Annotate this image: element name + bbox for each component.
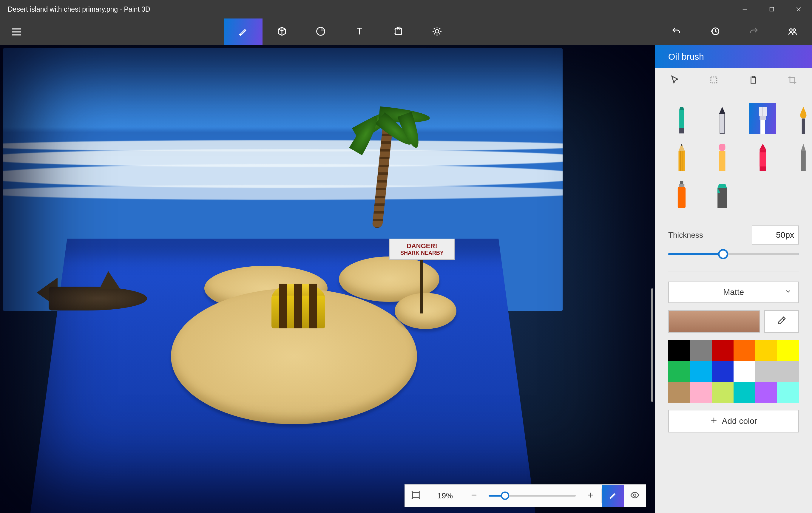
canvas-scrollbar[interactable]	[651, 289, 653, 402]
brush-grid	[655, 94, 812, 224]
svg-rect-44	[679, 184, 684, 187]
menu-button[interactable]	[0, 19, 33, 46]
svg-rect-30	[802, 118, 805, 134]
material-dropdown[interactable]: Matte	[668, 281, 799, 303]
canvas-viewport[interactable]: DANGER! SHARK NEARBY 19%	[0, 46, 655, 513]
svg-rect-21	[679, 110, 684, 128]
treasure-chest	[271, 284, 325, 328]
crop-icon	[787, 75, 797, 87]
paste-tool[interactable]	[744, 72, 762, 90]
brush-oil[interactable]	[749, 103, 776, 134]
plus-icon	[586, 491, 594, 501]
current-color-swatch[interactable]	[668, 310, 760, 333]
color-swatch[interactable]	[712, 361, 733, 382]
warning-sign: DANGER! SHARK NEARBY	[389, 239, 455, 313]
clipboard-icon	[749, 75, 758, 87]
color-swatch[interactable]	[712, 382, 733, 403]
tab-brushes[interactable]	[224, 19, 262, 46]
brush-watercolor[interactable]	[790, 103, 812, 134]
color-swatch[interactable]	[668, 382, 690, 403]
sticker-icon	[315, 26, 326, 38]
brush-eraser[interactable]	[709, 140, 736, 171]
community-button[interactable]	[773, 19, 812, 46]
color-swatch[interactable]	[777, 361, 799, 382]
color-swatch[interactable]	[755, 382, 777, 403]
color-swatch[interactable]	[690, 382, 712, 403]
window-title: Desert island with chest primary.png - P…	[8, 5, 150, 13]
brush-crayon[interactable]	[749, 140, 776, 171]
color-swatch[interactable]	[777, 382, 799, 403]
undo-button[interactable]	[657, 19, 696, 46]
color-swatch[interactable]	[712, 340, 733, 361]
tab-text[interactable]	[340, 19, 379, 46]
thickness-input[interactable]	[752, 225, 799, 245]
svg-rect-25	[720, 114, 725, 133]
color-swatch[interactable]	[755, 361, 777, 382]
svg-rect-18	[711, 77, 717, 83]
color-swatch[interactable]	[777, 340, 799, 361]
tab-3d-shapes[interactable]	[262, 19, 301, 46]
redo-icon	[749, 26, 759, 37]
panel-title: Oil brush	[655, 46, 812, 68]
tab-stickers[interactable]	[301, 19, 340, 46]
svg-marker-38	[759, 144, 766, 149]
brush-icon	[608, 491, 617, 501]
color-swatch[interactable]	[668, 361, 690, 382]
main-area: DANGER! SHARK NEARBY 19%	[0, 46, 812, 513]
edit-mode-button[interactable]	[602, 485, 624, 507]
side-panel: Oil brush	[655, 46, 812, 513]
sign-text-line1: DANGER!	[394, 242, 450, 250]
undo-icon	[671, 26, 682, 37]
color-swatch[interactable]	[755, 340, 777, 361]
material-label: Matte	[723, 288, 744, 297]
color-swatch[interactable]	[733, 382, 755, 403]
color-palette	[668, 340, 799, 403]
svg-rect-33	[678, 151, 685, 171]
color-swatch[interactable]	[733, 361, 755, 382]
svg-rect-13	[412, 493, 419, 498]
tab-effects[interactable]	[418, 19, 457, 46]
minimize-button[interactable]	[731, 0, 758, 19]
svg-marker-41	[801, 144, 806, 151]
brush-pixel-pen[interactable]	[790, 140, 812, 171]
svg-rect-37	[719, 151, 725, 171]
eye-icon	[630, 490, 640, 501]
history-button[interactable]	[696, 19, 734, 46]
add-color-button[interactable]: Add color	[668, 410, 799, 432]
shark-model	[37, 266, 162, 325]
zoom-out-button[interactable]	[463, 485, 485, 507]
tab-canvas[interactable]	[379, 19, 418, 46]
brush-icon	[238, 26, 249, 38]
redo-button[interactable]	[734, 19, 773, 46]
thickness-slider[interactable]	[668, 253, 799, 255]
eyedropper-button[interactable]	[764, 310, 799, 333]
color-swatch[interactable]	[690, 340, 712, 361]
scene-preview: DANGER! SHARK NEARBY	[3, 48, 562, 501]
color-swatch[interactable]	[690, 361, 712, 382]
svg-marker-32	[681, 144, 682, 146]
svg-point-17	[634, 494, 636, 496]
palm-tree	[361, 102, 409, 228]
select-tool[interactable]	[666, 72, 684, 90]
svg-point-7	[239, 34, 241, 35]
fit-screen-button[interactable]	[405, 485, 427, 507]
app-root: Desert island with chest primary.png - P…	[0, 0, 812, 513]
magic-select-tool[interactable]	[705, 72, 723, 90]
svg-point-9	[435, 30, 439, 33]
color-swatch[interactable]	[668, 340, 690, 361]
crop-tool[interactable]	[783, 72, 801, 90]
zoom-percent-label: 19%	[427, 491, 463, 501]
brush-marker[interactable]	[668, 103, 695, 134]
brush-spray-can[interactable]	[668, 177, 695, 208]
canvas-icon	[393, 26, 404, 38]
brush-fill[interactable]	[709, 177, 736, 208]
brush-calligraphy[interactable]	[709, 103, 736, 134]
close-button[interactable]	[785, 0, 812, 19]
svg-rect-45	[678, 187, 686, 208]
brush-pencil[interactable]	[668, 140, 695, 171]
zoom-slider[interactable]	[489, 495, 576, 496]
zoom-in-button[interactable]	[579, 485, 601, 507]
view-mode-button[interactable]	[624, 485, 646, 507]
color-swatch[interactable]	[733, 340, 755, 361]
maximize-button[interactable]	[758, 0, 785, 19]
